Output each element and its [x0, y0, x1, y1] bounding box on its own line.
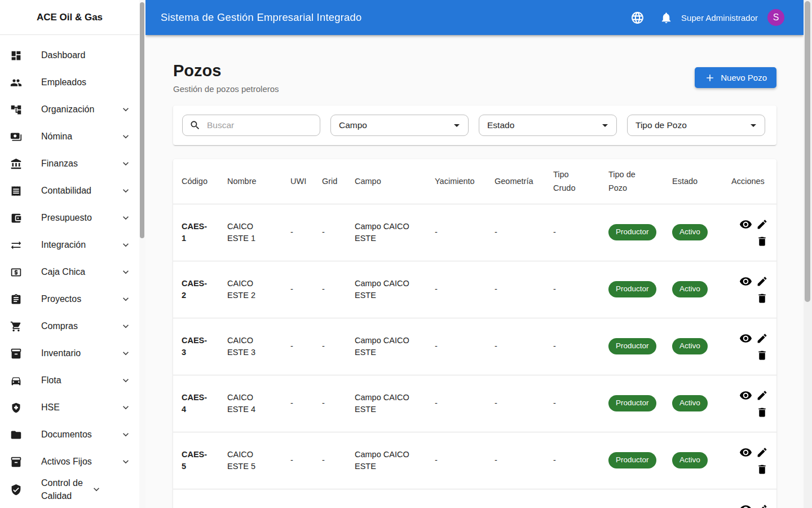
sidebar-item-proyectos[interactable]: Proyectos: [0, 286, 139, 313]
payments-icon: [10, 131, 22, 143]
delete-button[interactable]: [756, 463, 768, 475]
nombre-cell: CAICO ESTE 5: [219, 432, 282, 489]
filter-bar: Campo Estado Tipo de Pozo: [173, 106, 776, 145]
nombre-cell: [219, 489, 282, 508]
sidebar-item-label: Organización: [41, 103, 120, 116]
edit-button[interactable]: [756, 332, 768, 344]
yacimiento-cell: [426, 489, 486, 508]
estado-badge: Activo: [672, 395, 708, 411]
app-brand: ACE Oil & Gas: [0, 0, 139, 35]
sidebar-item-flota[interactable]: Flota: [0, 367, 139, 394]
pencil-icon: [756, 275, 768, 287]
sidebar-item-empleados[interactable]: Empleados: [0, 69, 139, 96]
chevron-down-icon: [120, 429, 131, 440]
tipo-pozo-select-label: Tipo de Pozo: [636, 120, 687, 130]
sidebar-item-presupuesto[interactable]: Presupuesto: [0, 204, 139, 231]
row-actions: [736, 446, 768, 475]
folder-icon: [10, 429, 22, 441]
chevron-down-icon: [120, 348, 131, 359]
search-input[interactable]: [206, 120, 313, 131]
grid-cell: -: [314, 375, 346, 432]
edit-button[interactable]: [756, 389, 768, 401]
delete-button[interactable]: [756, 292, 768, 304]
sidebar-item-label: Integración: [41, 238, 120, 251]
search-box: [182, 115, 320, 136]
campo-cell: [346, 489, 426, 508]
sidebar-item-activos-fijos[interactable]: Activos Fijos: [0, 448, 139, 475]
sidebar-item-finanzas[interactable]: Finanzas: [0, 150, 139, 177]
chevron-down-icon: [91, 484, 102, 495]
sidebar-item-dashboard[interactable]: Dashboard: [0, 42, 139, 69]
chevron-down-icon: [120, 294, 131, 305]
estado-select[interactable]: Estado: [479, 115, 617, 136]
edit-button[interactable]: [756, 446, 768, 458]
sidebar-item-hse[interactable]: HSE: [0, 394, 139, 421]
uwi-cell: -: [282, 432, 314, 489]
sidebar-item-control-de-calidad[interactable]: Control de Calidad: [0, 475, 139, 503]
delete-button[interactable]: [756, 406, 768, 418]
trash-icon: [756, 349, 768, 361]
campo-cell: Campo CAICO ESTE: [346, 432, 426, 489]
page-subtitle: Gestión de pozos petroleros: [173, 84, 279, 94]
delete-button[interactable]: [756, 349, 768, 361]
view-button[interactable]: [739, 218, 752, 231]
sidebar-item-compras[interactable]: Compras: [0, 313, 139, 340]
user-name: Super Administrador: [681, 13, 758, 23]
inventory-box-icon: [10, 348, 22, 360]
delete-button[interactable]: [756, 235, 768, 247]
sidebar-item-integracion[interactable]: Integración: [0, 231, 139, 259]
page-scrollbar-thumb[interactable]: [805, 1, 810, 302]
edit-button[interactable]: [756, 503, 768, 508]
globe-icon[interactable]: [630, 11, 645, 25]
tipo-de-pozo-cell: [600, 489, 664, 508]
sidebar-item-nomina[interactable]: Nómina: [0, 123, 139, 150]
view-button[interactable]: [739, 275, 752, 288]
edit-button[interactable]: [756, 275, 768, 287]
codigo-cell: CAES-2: [173, 261, 219, 318]
campo-cell: Campo CAICO ESTE: [346, 261, 426, 318]
wallet-icon: [10, 212, 22, 224]
sidebar-item-contabilidad[interactable]: Contabilidad: [0, 177, 139, 204]
tipo-de-pozo-cell: Productor: [600, 204, 664, 261]
bank-icon: [10, 158, 22, 170]
sidebar: ACE Oil & Gas DashboardEmpleadosOrganiza…: [0, 0, 139, 508]
view-button[interactable]: [739, 446, 752, 459]
sidebar-item-label: Compras: [41, 319, 120, 332]
sidebar-item-label: Documentos: [41, 428, 120, 441]
view-button[interactable]: [739, 503, 752, 508]
codigo-cell: CAES-4: [173, 375, 219, 432]
sidebar-item-documentos[interactable]: Documentos: [0, 421, 139, 448]
chevron-down-icon: [120, 158, 131, 169]
sidebar-scrollbar[interactable]: [139, 0, 145, 508]
view-button[interactable]: [739, 332, 752, 345]
dropdown-arrow-icon: [747, 119, 760, 132]
tipo-pozo-select[interactable]: Tipo de Pozo: [627, 115, 765, 136]
page-scrollbar[interactable]: [804, 0, 812, 508]
nombre-cell: CAICO ESTE 1: [219, 204, 282, 261]
edit-button[interactable]: [756, 218, 768, 230]
table-row: CAES-3CAICO ESTE 3--Campo CAICO ESTE---P…: [173, 318, 776, 375]
estado-cell: Activo: [664, 204, 723, 261]
sidebar-item-caja-chica[interactable]: Caja Chica: [0, 259, 139, 286]
sidebar-item-label: Caja Chica: [41, 265, 120, 278]
bell-icon[interactable]: [660, 11, 673, 24]
pencil-icon: [756, 218, 768, 230]
campo-cell: Campo CAICO ESTE: [346, 375, 426, 432]
tipo-crudo-cell: -: [545, 375, 600, 432]
sidebar-scrollbar-thumb[interactable]: [140, 2, 144, 238]
chevron-down-icon: [120, 456, 131, 467]
yacimiento-cell: -: [426, 375, 486, 432]
tipo-de-pozo-badge: Productor: [608, 224, 656, 240]
tipo-de-pozo-badge: Productor: [608, 452, 656, 468]
shield-plus-icon: [10, 402, 22, 414]
column-header: Tipo Crudo: [545, 159, 600, 204]
chevron-down-icon: [120, 375, 131, 386]
view-button[interactable]: [739, 389, 752, 402]
uwi-cell: [282, 489, 314, 508]
campo-select[interactable]: Campo: [330, 115, 469, 136]
sidebar-item-inventario[interactable]: Inventario: [0, 340, 139, 367]
cart-icon: [10, 321, 22, 332]
avatar[interactable]: S: [767, 9, 784, 26]
new-pozo-button[interactable]: Nuevo Pozo: [695, 67, 776, 88]
sidebar-item-organizacion[interactable]: Organización: [0, 96, 139, 123]
